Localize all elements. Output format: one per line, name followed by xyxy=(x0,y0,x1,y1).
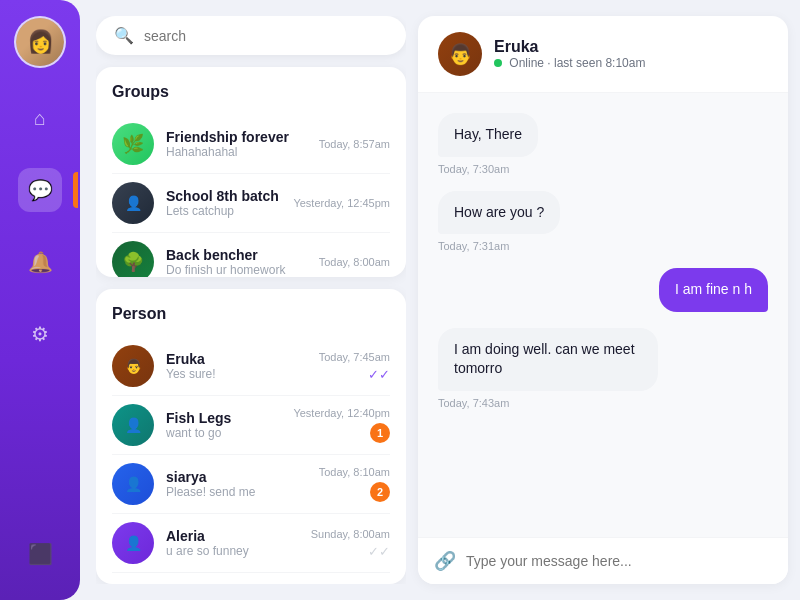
groups-card: Groups 🌿 Friendship forever Hahahahahal … xyxy=(96,67,406,277)
left-panel: 🔍 Groups 🌿 Friendship forever Hahahahaha… xyxy=(96,16,406,584)
chat-header: 👨 Eruka Online · last seen 8:10am xyxy=(418,16,788,93)
message-time: Today, 7:31am xyxy=(438,240,768,252)
persons-list: 👨 Eruka Yes sure! Today, 7:45am ✓✓ 👤 Fis… xyxy=(112,337,390,577)
person-preview: Yes sure! xyxy=(166,367,307,381)
sidebar-item-settings[interactable]: ⚙ xyxy=(18,312,62,356)
group-preview: Hahahahahal xyxy=(166,145,307,159)
message-group: I am doing well. can we meet tomorro Tod… xyxy=(438,328,768,409)
person-preview: u are so funney xyxy=(166,544,299,558)
message-group: How are you ? Today, 7:31am xyxy=(438,191,768,253)
gear-icon: ⚙ xyxy=(31,324,49,344)
sidebar-item-chat[interactable]: 💬 xyxy=(18,168,62,212)
group-avatar: 🌳 xyxy=(112,241,154,277)
message-group: I am fine n h xyxy=(438,268,768,312)
group-item[interactable]: 🌿 Friendship forever Hahahahahal Today, … xyxy=(112,115,390,174)
chat-contact-status: Online · last seen 8:10am xyxy=(494,56,645,70)
groups-list: 🌿 Friendship forever Hahahahahal Today, … xyxy=(112,115,390,277)
search-bar: 🔍 xyxy=(96,16,406,55)
group-avatar: 🌿 xyxy=(112,123,154,165)
message-input[interactable] xyxy=(466,553,772,569)
group-preview: Do finish ur homework xyxy=(166,263,307,277)
logout-button[interactable]: ⬛ xyxy=(18,532,62,576)
group-item[interactable]: 🌳 Back bencher Do finish ur homework Tod… xyxy=(112,233,390,277)
person-name: Aleria xyxy=(166,528,299,544)
person-time: Yesterday, 12:40pm xyxy=(293,407,390,419)
sidebar-item-home[interactable]: ⌂ xyxy=(18,96,62,140)
message-time: Today, 7:30am xyxy=(438,163,768,175)
group-time: Today, 8:00am xyxy=(319,256,390,268)
chat-icon: 💬 xyxy=(28,180,53,200)
main-area: 🔍 Groups 🌿 Friendship forever Hahahahaha… xyxy=(80,0,800,600)
attach-icon[interactable]: 🔗 xyxy=(434,550,456,572)
home-icon: ⌂ xyxy=(34,108,46,128)
message-time: Today, 7:43am xyxy=(438,397,768,409)
chat-contact-name: Eruka xyxy=(494,38,645,56)
message-group: Hay, There Today, 7:30am xyxy=(438,113,768,175)
person-avatar: 👤 xyxy=(112,522,154,564)
read-check-icon: ✓✓ xyxy=(368,367,390,382)
logout-icon: ⬛ xyxy=(28,542,53,566)
group-name: School 8th batch xyxy=(166,188,281,204)
search-input[interactable] xyxy=(144,28,388,44)
message-bubble: I am doing well. can we meet tomorro xyxy=(438,328,658,391)
person-time: Sunday, 8:00am xyxy=(311,528,390,540)
person-item[interactable]: 👤 Fish Legs want to go Yesterday, 12:40p… xyxy=(112,396,390,455)
person-item[interactable]: 👤 Gaitonde okay, lets do it Sunday, 12:2… xyxy=(112,573,390,577)
avatar[interactable]: 👩 xyxy=(14,16,66,68)
group-name: Back bencher xyxy=(166,247,307,263)
search-icon: 🔍 xyxy=(114,26,134,45)
sidebar-nav: ⌂ 💬 🔔 ⚙ xyxy=(18,96,62,532)
online-dot xyxy=(494,59,502,67)
chat-messages: Hay, There Today, 7:30am How are you ? T… xyxy=(418,93,788,537)
person-name: Fish Legs xyxy=(166,410,281,426)
unread-badge: 2 xyxy=(370,482,390,502)
group-avatar: 👤 xyxy=(112,182,154,224)
chat-input-area: 🔗 xyxy=(418,537,788,584)
person-avatar: 👤 xyxy=(112,463,154,505)
group-name: Friendship forever xyxy=(166,129,307,145)
person-time: Today, 8:10am xyxy=(319,466,390,478)
message-bubble: I am fine n h xyxy=(659,268,768,312)
person-name: siarya xyxy=(166,469,307,485)
persons-title: Person xyxy=(112,305,390,323)
unread-badge: 1 xyxy=(370,423,390,443)
person-preview: Please! send me xyxy=(166,485,307,499)
chat-contact-avatar: 👨 xyxy=(438,32,482,76)
sidebar: 👩 ⌂ 💬 🔔 ⚙ ⬛ xyxy=(0,0,80,600)
group-preview: Lets catchup xyxy=(166,204,281,218)
message-bubble: How are you ? xyxy=(438,191,560,235)
message-bubble: Hay, There xyxy=(438,113,538,157)
person-item[interactable]: 👤 siarya Please! send me Today, 8:10am 2 xyxy=(112,455,390,514)
person-preview: want to go xyxy=(166,426,281,440)
person-item[interactable]: 👤 Aleria u are so funney Sunday, 8:00am … xyxy=(112,514,390,573)
bell-icon: 🔔 xyxy=(28,252,53,272)
chat-panel: 👨 Eruka Online · last seen 8:10am Hay, T… xyxy=(418,16,788,584)
person-item[interactable]: 👨 Eruka Yes sure! Today, 7:45am ✓✓ xyxy=(112,337,390,396)
group-time: Today, 8:57am xyxy=(319,138,390,150)
unread-check-icon: ✓✓ xyxy=(368,544,390,559)
groups-title: Groups xyxy=(112,83,390,101)
person-name: Eruka xyxy=(166,351,307,367)
group-time: Yesterday, 12:45pm xyxy=(293,197,390,209)
person-avatar: 👨 xyxy=(112,345,154,387)
persons-card: Person 👨 Eruka Yes sure! Today, 7:45am ✓… xyxy=(96,289,406,584)
sidebar-item-notifications[interactable]: 🔔 xyxy=(18,240,62,284)
person-time: Today, 7:45am xyxy=(319,351,390,363)
person-avatar: 👤 xyxy=(112,404,154,446)
group-item[interactable]: 👤 School 8th batch Lets catchup Yesterda… xyxy=(112,174,390,233)
